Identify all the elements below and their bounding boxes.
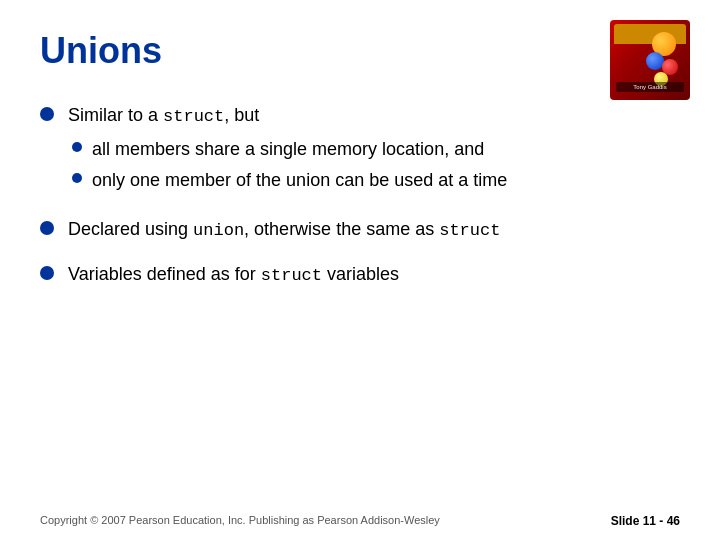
- bullet-dot-1: [40, 107, 54, 121]
- book-cover: Tony Gaddis: [610, 20, 690, 100]
- slide: Tony Gaddis Unions Similar to a struct, …: [0, 0, 720, 540]
- bullet-text-3: Variables defined as for struct variable…: [68, 261, 680, 289]
- bullet-text-1: Similar to a struct, but all members sha…: [68, 102, 680, 198]
- sub-bullet-item-1: all members share a single memory locati…: [72, 136, 680, 163]
- slide-footer: Copyright © 2007 Pearson Education, Inc.…: [0, 514, 720, 528]
- bullet2-text-after: , otherwise the same as: [244, 219, 439, 239]
- bullet2-text-before: Declared using: [68, 219, 193, 239]
- bullet-dot-2: [40, 221, 54, 235]
- slide-content: Similar to a struct, but all members sha…: [40, 102, 680, 289]
- sub-bullet-text-2: only one member of the union can be used…: [92, 167, 507, 194]
- bullet2-code1: union: [193, 221, 244, 240]
- sub-bullet-dot-1: [72, 142, 82, 152]
- bullet1-text-after: , but: [224, 105, 259, 125]
- slide-title: Unions: [40, 30, 680, 78]
- bullet-text-2: Declared using union, otherwise the same…: [68, 216, 680, 244]
- footer-slide-number: Slide 11 - 46: [611, 514, 680, 528]
- bullet-item-2: Declared using union, otherwise the same…: [40, 216, 680, 244]
- bullet1-code1: struct: [163, 107, 224, 126]
- footer-copyright: Copyright © 2007 Pearson Education, Inc.…: [40, 514, 440, 528]
- bullet-item-3: Variables defined as for struct variable…: [40, 261, 680, 289]
- sub-bullet-text-1: all members share a single memory locati…: [92, 136, 484, 163]
- sub-bullet-item-2: only one member of the union can be used…: [72, 167, 680, 194]
- bullet3-code1: struct: [261, 266, 322, 285]
- bullet3-text-after: variables: [322, 264, 399, 284]
- bullet-dot-3: [40, 266, 54, 280]
- sub-bullets-1: all members share a single memory locati…: [72, 136, 680, 194]
- bullet2-code2: struct: [439, 221, 500, 240]
- bullet1-text-before: Similar to a: [68, 105, 163, 125]
- sub-bullet-dot-2: [72, 173, 82, 183]
- bullet-item-1: Similar to a struct, but all members sha…: [40, 102, 680, 198]
- bullet3-text-before: Variables defined as for: [68, 264, 261, 284]
- book-label: Tony Gaddis: [616, 82, 684, 92]
